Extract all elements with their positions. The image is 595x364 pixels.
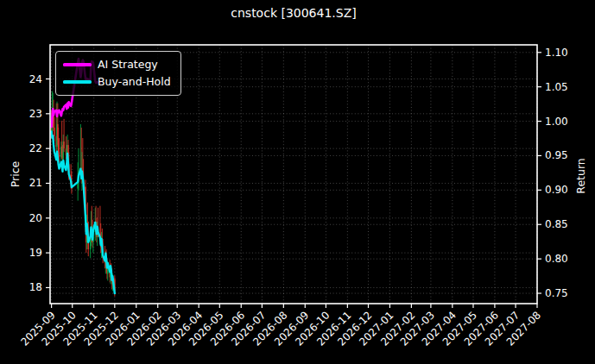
- candle-body: [59, 152, 60, 157]
- tick-label: 21: [29, 177, 42, 189]
- tick-label: 1.05: [545, 81, 568, 93]
- tick-label: 22: [29, 142, 42, 154]
- tick-label: 18: [29, 281, 42, 293]
- tick-label: 0.75: [545, 287, 568, 299]
- tick-label: 0.85: [545, 218, 568, 230]
- tick-label: 1.00: [545, 116, 568, 128]
- return-axis-label: Return: [574, 158, 587, 193]
- legend: AI Strategy Buy-and-Hold: [55, 51, 181, 96]
- buy-and-hold-line-sample: [63, 80, 92, 83]
- chart-figure: 181920212223240.750.800.850.900.951.001.…: [0, 0, 595, 364]
- legend-item-buy-and-hold: Buy-and-Hold: [63, 73, 174, 91]
- legend-item-ai-strategy: AI Strategy: [63, 56, 174, 73]
- tick-label: 0.90: [545, 184, 568, 196]
- tick-label: 20: [29, 212, 42, 224]
- candle-body: [54, 128, 55, 136]
- tick-label: 24: [29, 73, 42, 85]
- chart-title: cnstock [300641.SZ]: [50, 6, 537, 20]
- tick-label: 0.80: [545, 253, 568, 265]
- candle-body: [63, 141, 65, 148]
- tick-label: 23: [29, 108, 42, 120]
- legend-label-ai-strategy: AI Strategy: [98, 56, 158, 73]
- legend-label-buy-and-hold: Buy-and-Hold: [98, 73, 171, 91]
- tick-label: 1.10: [545, 47, 568, 59]
- tick-label: 0.95: [545, 149, 568, 161]
- tick-label: 19: [29, 247, 42, 259]
- price-axis-label: Price: [9, 161, 22, 188]
- ai-strategy-line-sample: [63, 63, 92, 66]
